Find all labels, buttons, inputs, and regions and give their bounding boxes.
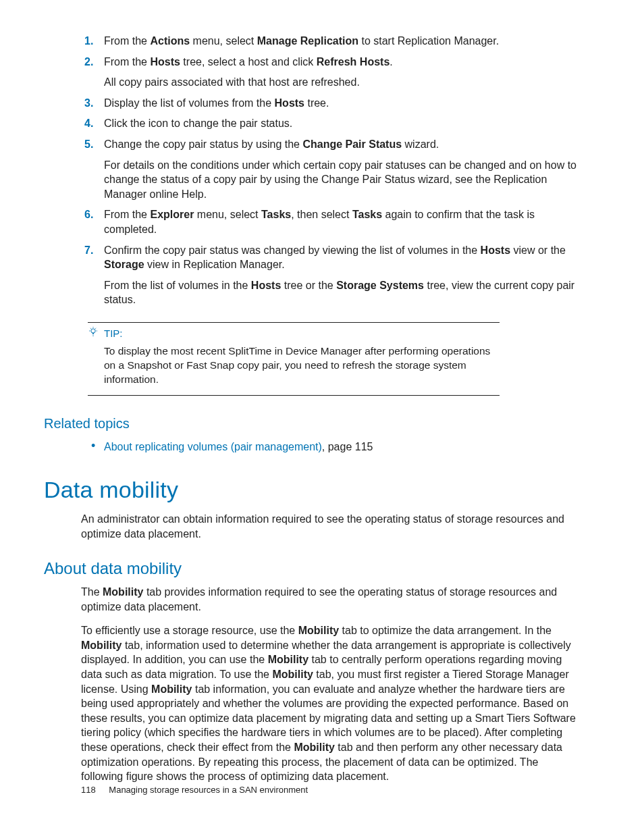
- about-paragraph-2: To efficiently use a storage resource, u…: [81, 623, 581, 784]
- step-text: Confirm the copy pair status was changed…: [104, 244, 566, 271]
- about-paragraph-1: The Mobility tab provides information re…: [81, 585, 581, 614]
- related-link[interactable]: About replicating volumes (pair manageme…: [104, 441, 322, 452]
- tip-heading: TIP:: [88, 323, 500, 344]
- step-5: Change the copy pair status by using the…: [81, 137, 581, 201]
- step-text: From the Hosts tree, select a host and c…: [104, 56, 393, 68]
- svg-line-5: [90, 328, 91, 329]
- svg-line-6: [95, 328, 96, 329]
- step-7: Confirm the copy pair status was changed…: [81, 243, 581, 307]
- intro-paragraph: An administrator can obtain information …: [81, 512, 581, 541]
- step-2: From the Hosts tree, select a host and c…: [81, 55, 581, 90]
- related-link-suffix: , page 115: [322, 441, 373, 452]
- footer-title: Managing storage resources in a SAN envi…: [109, 785, 308, 795]
- step-text: Click the icon to change the pair status…: [104, 118, 292, 129]
- page-number: 118: [81, 785, 96, 795]
- step-sub: For details on the conditions under whic…: [104, 158, 581, 202]
- main-content: From the Actions menu, select Manage Rep…: [81, 34, 581, 784]
- step-text: From the Actions menu, select Manage Rep…: [104, 35, 499, 47]
- step-6: From the Explorer menu, select Tasks, th…: [81, 207, 581, 236]
- heading-data-mobility: Data mobility: [44, 475, 581, 506]
- heading-about-data-mobility: About data mobility: [44, 558, 581, 579]
- related-link-item: About replicating volumes (pair manageme…: [81, 440, 581, 454]
- tip-label: TIP:: [104, 328, 123, 339]
- svg-point-0: [91, 329, 95, 333]
- step-text: Display the list of volumes from the Hos…: [104, 97, 329, 109]
- page-footer: 118 Managing storage resources in a SAN …: [81, 785, 308, 795]
- step-3: Display the list of volumes from the Hos…: [81, 96, 581, 111]
- numbered-steps: From the Actions menu, select Manage Rep…: [81, 34, 581, 307]
- step-sub: From the list of volumes in the Hosts tr…: [104, 278, 581, 307]
- step-1: From the Actions menu, select Manage Rep…: [81, 34, 581, 49]
- page: From the Actions menu, select Manage Rep…: [0, 0, 644, 834]
- step-sub: All copy pairs associated with that host…: [104, 75, 581, 90]
- step-4: Click the icon to change the pair status…: [81, 116, 581, 131]
- tip-body: To display the most recent SplitTime in …: [88, 344, 500, 395]
- related-topics-heading: Related topics: [44, 415, 581, 433]
- tip-rule-bottom: [88, 395, 500, 396]
- step-text: Change the copy pair status by using the…: [104, 138, 439, 150]
- step-text: From the Explorer menu, select Tasks, th…: [104, 209, 535, 235]
- tip-box: TIP: To display the most recent SplitTim…: [88, 322, 500, 396]
